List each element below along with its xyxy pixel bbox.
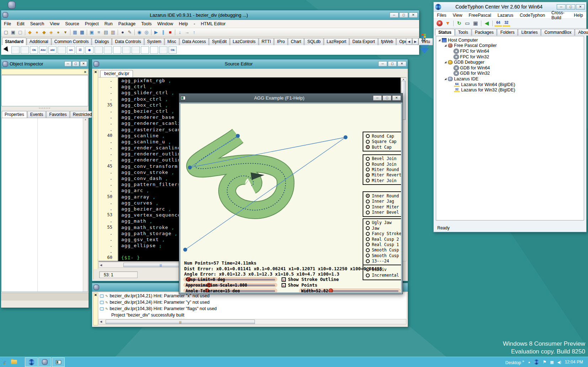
menu-help[interactable]: Help xyxy=(176,20,191,28)
radio-option-miter-revert[interactable]: Miter Revert xyxy=(366,172,401,177)
control-point-handle[interactable] xyxy=(183,248,187,252)
find-icon[interactable]: ● xyxy=(119,29,126,36)
open-package-icon[interactable]: ◆ xyxy=(41,29,48,36)
maximize-button[interactable]: ◻ xyxy=(388,61,397,67)
radio-option-round-cap[interactable]: Round Cap xyxy=(366,134,401,139)
tactionlist-component[interactable]: Ok xyxy=(169,46,177,54)
slider-approximation-scale[interactable]: Approximation Scale=1.000 xyxy=(183,283,277,287)
radio-icon-miter-revert[interactable] xyxy=(366,173,370,177)
radio-icon-inner-jag[interactable] xyxy=(366,200,370,203)
checkbox-icon[interactable]: ✕ xyxy=(282,277,286,282)
radio-option-inner-round[interactable]: Inner Round xyxy=(366,193,401,198)
palette-tab-rtti[interactable]: RTTI xyxy=(259,38,274,45)
radio-icon-miter-join[interactable] xyxy=(366,179,370,182)
radio-icon-miter-round[interactable] xyxy=(366,167,370,171)
palette-tab-lazreport[interactable]: LazReport xyxy=(324,38,349,45)
expand-triangle-icon[interactable] xyxy=(444,61,447,63)
clear-selection-icon[interactable]: ✕ xyxy=(84,70,87,74)
maximize-button[interactable]: ◻ xyxy=(399,12,408,18)
radio-option-incremental[interactable]: Incremental xyxy=(366,273,401,278)
install-arrow-icon[interactable] xyxy=(420,48,429,58)
object-inspector-titlebar[interactable]: Object Inspector ─ ◻ ✕ xyxy=(1,59,89,69)
property-grid[interactable]: ▲ xyxy=(1,118,88,292)
close-button[interactable]: ✕ xyxy=(392,95,401,101)
tpanel-component[interactable] xyxy=(150,46,158,54)
palette-scroll-right-button[interactable]: ▶ xyxy=(412,38,418,45)
internet-explorer-icon[interactable]: e xyxy=(0,358,9,366)
view-forms-icon[interactable]: ▤ xyxy=(102,29,109,36)
property-grid-scrollbar[interactable]: ▲ xyxy=(83,118,88,292)
close-button[interactable]: ✕ xyxy=(397,61,406,67)
tmemo-component[interactable] xyxy=(58,46,66,54)
tree-item-host-computer[interactable]: Host Computer xyxy=(436,37,584,43)
menu-search[interactable]: Search xyxy=(27,20,47,28)
new-file-icon[interactable]: ▢ xyxy=(17,29,24,36)
find-next-icon[interactable]: ✎ xyxy=(126,29,133,36)
taskbar-agg-button[interactable] xyxy=(52,357,65,367)
menu-run[interactable]: Run xyxy=(102,20,116,28)
close-tab-icon[interactable]: ✕ xyxy=(94,70,97,74)
menu-package[interactable]: Package xyxy=(116,20,139,28)
palette-tab-common-controls[interactable]: Common Controls xyxy=(52,38,92,45)
oi-tab-events[interactable]: Events xyxy=(27,111,46,118)
palette-tab-system[interactable]: System xyxy=(144,38,164,45)
radio-option-miter-join[interactable]: Miter Join xyxy=(366,178,401,183)
radio-option-square-cap[interactable]: Square Cap xyxy=(366,139,401,144)
refresh-icon[interactable]: ↻ xyxy=(455,20,463,27)
control-point-handle[interactable] xyxy=(188,166,192,170)
minimize-button[interactable]: ─ xyxy=(390,12,399,18)
palette-tab-fpweb[interactable]: fpWeb xyxy=(378,38,396,45)
open-recent-icon[interactable]: ◈ xyxy=(48,29,55,36)
show-hidden-icons-button[interactable]: ▲ xyxy=(528,361,531,364)
ct-tab-folders[interactable]: Folders xyxy=(497,29,518,36)
ct-tab-commandbox[interactable]: CommandBox xyxy=(541,29,574,36)
menu-tools[interactable]: Tools xyxy=(138,20,154,28)
grid-divider[interactable] xyxy=(37,118,38,292)
oi-tab-properties[interactable]: Properties xyxy=(2,111,27,118)
close-messages-icon[interactable]: ✕ xyxy=(94,293,97,297)
new-unit-icon[interactable]: ▢ xyxy=(2,29,10,36)
tradiobutton-component[interactable]: ◉ xyxy=(85,46,93,54)
slider-knob[interactable] xyxy=(328,288,333,292)
maximize-button[interactable]: ◻ xyxy=(383,95,391,101)
close-button[interactable]: ✕ xyxy=(576,4,585,10)
radio-option-real-cusp-1[interactable]: Real Cusp 1 xyxy=(366,242,401,247)
step-into-icon[interactable]: ↓ xyxy=(176,29,183,36)
close-button[interactable]: ✕ xyxy=(409,12,418,18)
agg-canvas[interactable]: Round CapSquare CapButt CapBevel JoinRou… xyxy=(181,104,401,292)
palette-scroll-left-button[interactable]: ◀ xyxy=(406,38,412,45)
radio-icon-bevel-join[interactable] xyxy=(366,157,370,161)
open-dropdown-icon[interactable]: ▾ xyxy=(62,29,69,36)
expand-triangle-icon[interactable] xyxy=(444,44,447,47)
clock[interactable]: 12:04 PM xyxy=(565,360,583,365)
ct-tab-status[interactable]: Status xyxy=(435,29,455,36)
save-icon[interactable]: ▦ xyxy=(71,29,79,36)
download-icon[interactable]: ▼ xyxy=(444,20,451,27)
tree-item-fpc-for-win64[interactable]: FPC for Win64 xyxy=(436,48,584,54)
radio-option-fancy-stroke[interactable]: Fancy Stroke xyxy=(366,231,401,236)
palette-tab-lazcontrols[interactable]: LazControls xyxy=(230,38,258,45)
step-out-icon[interactable]: ↑ xyxy=(191,29,198,36)
ttogglebox-component[interactable]: on xyxy=(67,46,75,54)
taskbar-lazarus-button[interactable] xyxy=(38,357,51,367)
new-form-icon[interactable]: ▣ xyxy=(10,29,17,36)
radio-option-jaw[interactable]: Jaw xyxy=(366,226,401,231)
menu-view[interactable]: View xyxy=(449,13,465,18)
tgroupbox-component[interactable] xyxy=(122,46,130,54)
radio-option-round-join[interactable]: Round Join xyxy=(366,162,401,167)
control-point-handle[interactable] xyxy=(236,134,240,138)
messages-horizontal-scrollbar[interactable]: ◀ ||| xyxy=(98,319,406,324)
open-project-icon[interactable]: ● xyxy=(33,29,41,36)
toggle-form-icon[interactable]: ▣ xyxy=(88,29,95,36)
component-tree-panel[interactable] xyxy=(1,75,88,106)
tlabel-component[interactable]: Abc xyxy=(39,46,47,54)
slider-angle-tolerance[interactable]: Angle Tolerance=15 deg xyxy=(183,288,277,292)
pause-icon[interactable]: ∥ xyxy=(160,29,167,36)
toggle-unit-icon[interactable]: ▥ xyxy=(109,29,117,36)
tpopupmenu-component[interactable] xyxy=(21,46,29,54)
abort-icon[interactable]: ✕ xyxy=(437,20,443,26)
tree-item-lazarus-for-win64-bigide[interactable]: 64Lazarus for Win64 (BigIDE) xyxy=(436,82,584,87)
file-tab-bezier-div[interactable]: bezier_div.lpr xyxy=(100,70,133,77)
radio-option-miter-round[interactable]: Miter Round xyxy=(366,167,401,172)
radio-icon-fancy-stroke[interactable] xyxy=(366,232,370,236)
